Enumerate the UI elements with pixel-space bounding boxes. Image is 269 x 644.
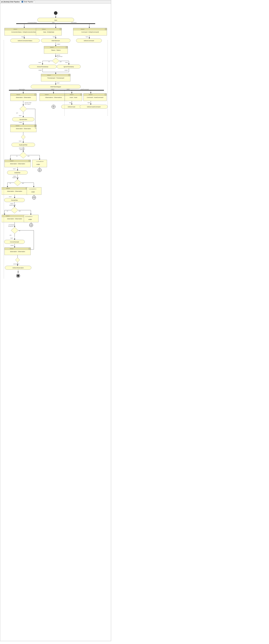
upcase-label-text: Upcase Data (24, 102, 31, 103)
svg-marker-45 (42, 64, 43, 65)
extract-timestamps-label: ExtractTimestamps (37, 66, 48, 68)
svg-rect-172 (1, 215, 28, 217)
tab-label-activity: Shdr Pipeline (24, 1, 33, 3)
svg-rect-21 (73, 28, 107, 30)
input-label-convert: input (10, 238, 13, 239)
input-label-extract: input (38, 62, 41, 63)
deliver-connection-status-label: DeliverConnectionStatus (18, 40, 32, 42)
nullptr-delta-stereotype: «centralBuffer» (29, 188, 37, 190)
yes-label-period: yes (19, 210, 21, 212)
output-label-upcase: output (19, 122, 22, 123)
diagram-area: Start ConnectionStatus Data Command «blo… (0, 4, 111, 638)
svg-marker-170 (30, 214, 31, 215)
no-label-1: no (48, 61, 50, 62)
svg-marker-130 (39, 159, 40, 160)
obs-block-3-stereotype: «block» (10, 160, 14, 162)
svg-marker-164 (14, 206, 15, 207)
input-label-deliver-asset: input (69, 102, 72, 103)
no-label-conv: no (19, 230, 20, 232)
svg-marker-106 (23, 116, 24, 118)
title-bar: act [Activity] Shdr Pipeline Shdr Pipeli… (0, 0, 111, 4)
ignore-timestamps-decision (52, 58, 59, 64)
output-label-extract: output (38, 70, 42, 71)
tab-activity[interactable]: Shdr Pipeline (20, 0, 35, 3)
svg-rect-58 (41, 74, 70, 76)
svg-marker-7 (55, 27, 56, 28)
svg-marker-32 (89, 38, 90, 39)
input-label-dupfilter: input (19, 140, 21, 142)
delta-filter-label: DeltaFilter (14, 172, 20, 174)
asset-command-stereotype: «block» (89, 94, 93, 95)
asset-label: Asset : Asset (70, 97, 77, 98)
svg-marker-69 (53, 92, 54, 94)
svg-marker-95 (71, 104, 72, 105)
svg-marker-56 (55, 73, 56, 74)
delta-output-label: output (13, 176, 16, 177)
command-block-label: Command : Entity{Command} (81, 31, 99, 33)
output-label-ignore: output (64, 70, 68, 71)
yes-label-1: yes (60, 61, 61, 62)
input-label-period: input (9, 196, 11, 197)
svg-marker-63 (55, 84, 56, 85)
input-label-mapper: input (57, 82, 59, 84)
obs-block-5-stereotype: «block» (6, 215, 10, 216)
yes-label-dup: yes (28, 156, 29, 157)
ignore-timestamps-label2: timestamps (56, 56, 62, 57)
obs-block-5-label: observation : Observation (7, 218, 22, 220)
data-block-label: Data : Entity{Data} (43, 31, 54, 33)
tab-icon (21, 1, 23, 3)
upcase-decision (19, 106, 27, 112)
obs-block-2-stereotype: «block» (15, 125, 19, 126)
observations-label: Observations : Observations (45, 97, 62, 98)
dup-label-2: duplicate? (19, 149, 25, 150)
obs-block-4-stereotype: «block» (6, 188, 10, 189)
output-label-mapper: output (51, 88, 54, 90)
start-label: Start (54, 20, 57, 21)
delta-suppressed-label: suppressed? (12, 177, 19, 178)
obs-block-6-label: observation : Observation (10, 251, 25, 252)
svg-marker-119 (21, 135, 25, 139)
nullptr-dup-stereotype: «centralBuffer» (36, 161, 44, 162)
svg-rect-80 (40, 94, 67, 96)
start-node (54, 11, 57, 15)
delta-suppressed-decision (14, 180, 21, 186)
svg-marker-202 (17, 272, 19, 273)
deliver-command-label: DeliverCommand (84, 40, 94, 42)
conversion-label-1: Conversion (9, 224, 14, 226)
command-label: Command (71, 22, 76, 23)
svg-marker-141 (17, 170, 18, 171)
svg-marker-150 (33, 186, 34, 187)
data-label: Data (52, 22, 54, 23)
observation-deliver-label: observation (13, 263, 19, 265)
svg-marker-167 (4, 214, 5, 215)
svg-marker-5 (24, 27, 25, 28)
asset-output-label: asset (67, 88, 70, 90)
obs-block-1-stereotype: «block» (16, 94, 20, 95)
upcase-value-label: UpcaseValue (19, 119, 27, 120)
svg-marker-161 (14, 197, 15, 198)
period-suppressed-label: suppressed? (9, 204, 16, 206)
svg-marker-144 (17, 178, 18, 180)
no-label-dup: no (16, 156, 17, 157)
asset-stereotype: «block» (70, 94, 74, 95)
input-label-2: input (53, 36, 55, 38)
asset-command-output-label: assetCommand (81, 88, 89, 90)
shdr-token-mapper-label: ShdrTokenMapper (50, 86, 61, 88)
svg-rect-65 (9, 90, 104, 90)
output-label-convert: output (10, 245, 14, 246)
svg-marker-199 (17, 265, 18, 266)
svg-marker-109 (23, 124, 24, 125)
connection-status-block-label: ConnectionStatus : Entity{ConnectionStat… (11, 31, 37, 33)
svg-marker-48 (68, 64, 69, 65)
input-label-3: input (86, 36, 88, 38)
deliver-asset-command-label: DeliverAssetCommand (87, 106, 100, 108)
svg-rect-152 (1, 187, 28, 190)
nullptr-period-stereotype: «centralBuffer» (25, 216, 33, 217)
dup-label-1: observation (19, 148, 25, 149)
svg-marker-9 (89, 27, 90, 28)
no-label-period: no (7, 210, 8, 212)
observations-stereotype: «block» (45, 94, 49, 95)
period-output-label: output (10, 203, 13, 204)
svg-marker-147 (7, 186, 8, 187)
observation-output-label: observation (19, 88, 25, 90)
